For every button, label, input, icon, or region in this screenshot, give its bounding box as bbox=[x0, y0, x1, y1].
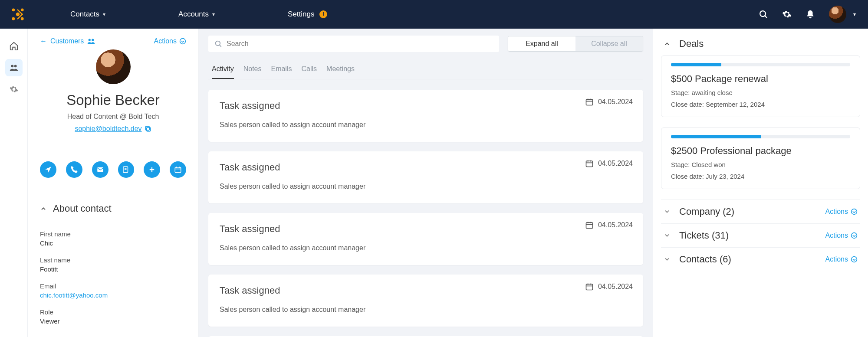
activity-date-text: 04.05.2024 bbox=[598, 221, 633, 229]
rail-settings[interactable] bbox=[5, 81, 23, 98]
actions-dropdown[interactable]: Actions bbox=[154, 37, 186, 45]
first-name-value: Chic bbox=[40, 239, 186, 247]
activity-date: 04.05.2024 bbox=[585, 98, 633, 106]
activity-card[interactable]: 04.05.2024 Task assigned Sales person ca… bbox=[208, 90, 643, 142]
deal-progress bbox=[671, 135, 850, 138]
search-icon[interactable] bbox=[759, 10, 768, 19]
topbar: Contacts▾ Accounts▾ Settings! ▾ bbox=[0, 0, 868, 29]
accordion-actions[interactable]: Actions bbox=[825, 232, 858, 239]
tab-calls[interactable]: Calls bbox=[301, 65, 317, 79]
deal-title: $2500 Professional package bbox=[671, 145, 850, 157]
svg-rect-22 bbox=[586, 161, 592, 167]
svg-point-1 bbox=[12, 8, 15, 11]
breadcrumb[interactable]: ← Customers bbox=[40, 37, 95, 45]
profile-header: Sophie Becker Head of Content @ Bold Tec… bbox=[40, 49, 186, 133]
calendar-icon bbox=[585, 98, 594, 106]
related-panel: Deals $500 Package renewal Stage: awaiti… bbox=[653, 29, 868, 337]
activity-body: Sales person called to assign account ma… bbox=[220, 183, 632, 190]
activity-list: 04.05.2024 Task assigned Sales person ca… bbox=[208, 90, 643, 337]
deal-card[interactable]: $500 Package renewal Stage: awaiting clo… bbox=[661, 56, 860, 117]
nav-accounts[interactable]: Accounts▾ bbox=[168, 10, 225, 19]
activity-body: Sales person called to assign account ma… bbox=[220, 244, 632, 252]
search-icon bbox=[214, 40, 222, 48]
svg-point-7 bbox=[760, 11, 766, 16]
svg-point-9 bbox=[11, 65, 13, 67]
email-value[interactable]: chic.footitt@yahoo.com bbox=[40, 291, 186, 299]
accordion-row[interactable]: Company (2) Actions bbox=[661, 200, 860, 223]
activity-date: 04.05.2024 bbox=[585, 282, 633, 291]
profile-name: Sophie Becker bbox=[40, 92, 186, 108]
accordion-actions[interactable]: Actions bbox=[825, 255, 858, 263]
svg-line-20 bbox=[220, 45, 221, 47]
about-heading: About contact bbox=[53, 203, 112, 214]
svg-point-19 bbox=[216, 41, 220, 46]
activity-title: Task assigned bbox=[220, 162, 632, 173]
collapse-all-button[interactable]: Collapse all bbox=[575, 36, 643, 51]
user-avatar[interactable] bbox=[829, 6, 846, 23]
rail-contacts[interactable] bbox=[5, 59, 23, 76]
schedule-button[interactable] bbox=[170, 161, 186, 178]
deal-close-date: Close date: July 23, 2024 bbox=[671, 173, 850, 180]
activity-pane: Expand all Collapse all Activity Notes E… bbox=[199, 29, 653, 337]
rail-home[interactable] bbox=[5, 37, 23, 55]
nav-settings-label: Settings bbox=[288, 10, 314, 19]
activity-body: Sales person called to assign account ma… bbox=[220, 121, 632, 129]
deal-card[interactable]: $2500 Professional package Stage: Closed… bbox=[661, 128, 860, 189]
deal-stage: Stage: awaiting close bbox=[671, 89, 850, 96]
activity-title: Task assigned bbox=[220, 223, 632, 235]
tab-emails[interactable]: Emails bbox=[271, 65, 292, 79]
email-button[interactable] bbox=[92, 161, 108, 178]
tab-meetings[interactable]: Meetings bbox=[326, 65, 355, 79]
warning-badge: ! bbox=[319, 10, 327, 18]
tab-activity[interactable]: Activity bbox=[212, 65, 234, 79]
activity-card[interactable]: 04.05.2024 Task assigned Sales person ca… bbox=[208, 213, 643, 265]
tab-notes[interactable]: Notes bbox=[243, 65, 262, 79]
chevron-down-icon[interactable]: ▾ bbox=[853, 11, 856, 17]
activity-date: 04.05.2024 bbox=[585, 159, 633, 168]
copy-icon[interactable] bbox=[145, 125, 151, 132]
nav-contacts[interactable]: Contacts▾ bbox=[60, 10, 116, 19]
nav: Contacts▾ Accounts▾ Settings! bbox=[60, 10, 338, 19]
svg-rect-24 bbox=[586, 284, 592, 290]
note-button[interactable] bbox=[118, 161, 135, 178]
activity-card[interactable]: 04.05.2024 Task assigned Sales person ca… bbox=[208, 275, 643, 327]
expand-all-button[interactable]: Expand all bbox=[508, 36, 575, 51]
add-button[interactable] bbox=[144, 161, 160, 178]
first-name-label: First name bbox=[40, 230, 186, 238]
activity-date: 04.05.2024 bbox=[585, 221, 633, 229]
accordion-row[interactable]: Contacts (6) Actions bbox=[661, 247, 860, 271]
svg-point-28 bbox=[852, 257, 857, 262]
last-name-label: Last name bbox=[40, 256, 186, 264]
activity-date-text: 04.05.2024 bbox=[598, 283, 633, 291]
calendar-icon bbox=[585, 282, 594, 291]
deals-section-toggle[interactable]: Deals bbox=[661, 36, 860, 56]
profile-email[interactable]: sophie@boldtech.dev bbox=[75, 125, 141, 133]
about-section-toggle[interactable]: About contact bbox=[40, 203, 186, 220]
bell-icon[interactable] bbox=[806, 10, 815, 19]
deal-close-date: Close date: September 12, 2024 bbox=[671, 101, 850, 108]
chevron-down-icon: ▾ bbox=[103, 11, 105, 17]
logo[interactable] bbox=[10, 7, 25, 22]
send-button[interactable] bbox=[40, 161, 56, 178]
svg-point-0 bbox=[16, 13, 20, 16]
svg-rect-14 bbox=[146, 128, 150, 131]
expand-toggle: Expand all Collapse all bbox=[508, 36, 643, 52]
search-input[interactable] bbox=[227, 40, 493, 48]
role-value: Viewer bbox=[40, 317, 186, 325]
call-button[interactable] bbox=[66, 161, 82, 178]
role-label: Role bbox=[40, 308, 186, 316]
deal-stage: Stage: Closed won bbox=[671, 161, 850, 168]
accordion-actions[interactable]: Actions bbox=[825, 208, 858, 216]
gear-icon[interactable] bbox=[782, 10, 792, 19]
svg-point-12 bbox=[92, 39, 94, 41]
accordion-row[interactable]: Tickets (31) Actions bbox=[661, 223, 860, 247]
nav-settings[interactable]: Settings! bbox=[277, 10, 338, 19]
nav-contacts-label: Contacts bbox=[70, 10, 99, 19]
people-icon bbox=[87, 38, 95, 44]
activity-card[interactable]: 04.05.2024 Task assigned Sales person ca… bbox=[208, 151, 643, 203]
activity-date-text: 04.05.2024 bbox=[598, 160, 633, 167]
svg-point-27 bbox=[852, 233, 857, 239]
tabs: Activity Notes Emails Calls Meetings bbox=[208, 65, 643, 79]
accordion-title: Tickets (31) bbox=[679, 230, 729, 241]
search-input-wrap[interactable] bbox=[208, 36, 499, 52]
